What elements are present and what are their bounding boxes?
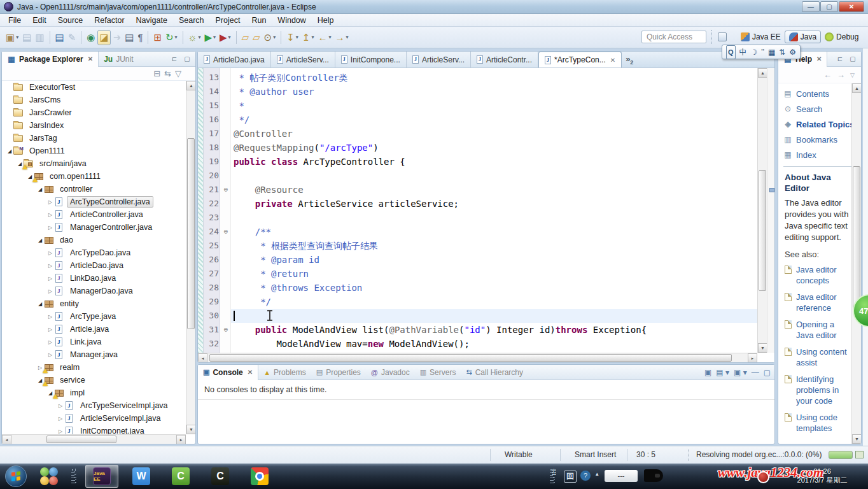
expand-arrow-icon[interactable]: ▷ [57,429,64,434]
help-link-bookmarks[interactable]: ▥Bookmarks [783,132,861,147]
code-editor[interactable]: 13 * 帖子类别Controller类14 * @author user15 … [198,68,774,362]
see-also-link[interactable]: Java editor reference [785,292,852,313]
dropdown-arrow-icon[interactable]: ▾ [346,34,348,40]
new-java-ee-project-icon[interactable]: ⊞ [152,30,163,45]
expand-arrow-icon[interactable]: ▷ [46,250,54,256]
eclipse-taskbar-button[interactable]: Java EE [85,465,118,488]
console-tab-call-hierarchy[interactable]: ⇆Call Hierarchy [461,365,528,380]
expand-arrow-icon[interactable]: ▷ [46,327,54,332]
editor-horizontal-scrollbar[interactable]: ◂ ▸ [198,353,757,362]
open-plugin-artifact-icon[interactable]: ◉ [85,30,96,45]
menu-search[interactable]: Search [173,15,210,26]
see-also-link[interactable]: Identifying problems in your code [785,374,852,406]
language-bar[interactable]: --- [605,470,638,482]
tree-item-arctypedao-java[interactable]: ▷ArcTypeDao.java [2,246,134,259]
tray-ime-icon[interactable]: 回 [564,471,577,483]
expand-arrow-icon[interactable]: ▷ [46,276,54,281]
close-window-icon[interactable]: ✕ [839,1,864,12]
collapse-arrow-icon[interactable]: ◢ [6,148,13,154]
editor-tab-0[interactable]: ArticleDao.java [198,52,271,67]
close-icon[interactable]: ✕ [816,55,822,62]
dropdown-arrow-icon[interactable]: ▾ [213,34,216,40]
forward-history-icon[interactable]: →▾ [333,30,349,45]
expand-arrow-icon[interactable]: ▷ [46,314,54,320]
help-back-icon[interactable]: ← [823,70,832,80]
last-edit-location-icon[interactable]: ↧▾ [285,30,300,45]
perspective-debug[interactable]: Debug [821,31,862,43]
tab-overflow-chevron[interactable]: »2 [626,54,633,66]
editor-tab-2[interactable]: InitCompone... [335,52,407,67]
highlight-toggle-icon[interactable]: ◪ [97,30,110,45]
dropdown-arrow-icon[interactable]: ▾ [273,34,276,40]
code-line-15[interactable]: 15 * [198,99,757,113]
open-directory-icon[interactable]: ▱ [251,30,262,45]
maximize-view-icon[interactable]: ▢ [182,55,192,64]
tree-item-controller[interactable]: ◢controller [2,183,95,195]
code-line-14[interactable]: 14 * @author user [198,85,757,99]
dropdown-arrow-icon[interactable]: ▾ [16,34,18,40]
expand-arrow-icon[interactable]: ▷ [57,403,64,409]
tree-item-article-java[interactable]: ▷Article.java [2,323,112,336]
tree-item-link-java[interactable]: ▷Link.java [2,336,104,348]
tree-item-manager-java[interactable]: ▷Manager.java [2,348,121,361]
expand-arrow-icon[interactable]: ▷ [46,225,54,230]
tree-item-managercontroller-java[interactable]: ▷ManagerController.java [2,221,155,234]
ime-chinese-mode-icon[interactable]: 中 [739,46,746,59]
expand-arrow-icon[interactable]: ▷ [46,263,54,269]
tray-show-hidden-icon[interactable]: ▴ [596,471,599,477]
start-button[interactable] [5,465,27,487]
display-selected-console-icon[interactable]: ▤ ▾ [716,368,729,377]
menu-refactor[interactable]: Refactor [88,15,130,26]
tree-item-realm[interactable]: ▷realm [2,361,83,374]
tree-item-initcomponet-java[interactable]: ▷InitComponet.java [2,425,148,434]
code-line-24[interactable]: 24⊖ /** [198,225,757,239]
wps-taskbar-button[interactable]: W [125,465,158,488]
tree-item-articledao-java[interactable]: ▷ArticleDao.java [2,259,127,272]
console-tab-properties[interactable]: ▤Properties [311,365,366,380]
tree-item-arctypeserviceimpl-java[interactable]: ▷ArcTypeServiceImpl.java [2,399,171,412]
tree-item-impl[interactable]: ◢impl [2,386,88,399]
code-lines[interactable]: 13 * 帖子类别Controller类14 * @author user15 … [198,68,757,353]
help-link-search[interactable]: ⊙Search [783,101,861,117]
chrome-taskbar-button[interactable] [243,465,276,488]
editor-tab-4[interactable]: ArticleContr... [471,52,538,67]
code-line-16[interactable]: 16 */ [198,113,757,127]
view-menu-icon[interactable]: ▽ [175,69,181,78]
collapse-arrow-icon[interactable]: ◢ [36,237,44,243]
tree-item-arctypecontroller-java[interactable]: ▷ArcTypeController.java [2,195,153,208]
tab-junit[interactable]: Ju JUnit [99,52,138,67]
tree-item-managerdao-java[interactable]: ▷ManagerDao.java [2,285,136,297]
camtasia-taskbar-button[interactable]: C [164,465,197,488]
tree-item-articlecontroller-java[interactable]: ▷ArticleController.java [2,208,146,221]
open-resource-folder-icon[interactable]: ▱ [241,30,251,45]
code-line-13[interactable]: 13 * 帖子类别Controller类 [198,71,757,85]
dropdown-arrow-icon[interactable]: ▾ [311,34,314,40]
code-line-27[interactable]: 27 * @return [198,267,757,281]
quick-access-box[interactable]: Quick Access [641,31,706,43]
open-perspective-button[interactable] [718,29,727,45]
camtasia-recorder-taskbar-button[interactable]: C [204,465,237,488]
expand-arrow-icon[interactable]: ▷ [46,199,54,205]
code-line-23[interactable]: 23 [198,211,757,225]
close-icon[interactable]: ✕ [88,55,93,62]
show-whitespace-icon[interactable]: ¶ [136,30,144,45]
console-tab-servers[interactable]: ▥Servers [415,365,461,380]
cancel-progress-separator[interactable] [689,449,689,461]
overview-ruler[interactable] [767,68,774,353]
menu-help[interactable]: Help [312,15,340,26]
menu-navigate[interactable]: Navigate [130,15,173,26]
tree-item-arctype-java[interactable]: ▷ArcType.java [2,310,119,323]
expand-arrow-icon[interactable]: ▷ [46,288,54,294]
code-line-31[interactable]: 31⊖ public ModelAndView list(@PathVariab… [198,323,757,337]
tree-item-service[interactable]: ◢service [2,374,88,386]
help-link-related[interactable]: ◈Related Topics [783,117,861,132]
expand-arrow-icon[interactable]: ▷ [46,352,54,358]
dropdown-arrow-icon[interactable]: ▾ [296,34,298,40]
editor-tab-1[interactable]: ArticleServ... [271,52,335,67]
ime-switch-icon[interactable]: ⇅ [779,46,785,59]
ime-soft-keyboard-icon[interactable]: ▦ [768,46,775,59]
open-console-icon[interactable]: ▣ [704,368,711,377]
code-line-26[interactable]: 26 * @param id [198,253,757,267]
color-balls-app-icon[interactable] [39,467,59,486]
editor-vertical-scrollbar[interactable]: ▲ ▼ [757,68,767,353]
